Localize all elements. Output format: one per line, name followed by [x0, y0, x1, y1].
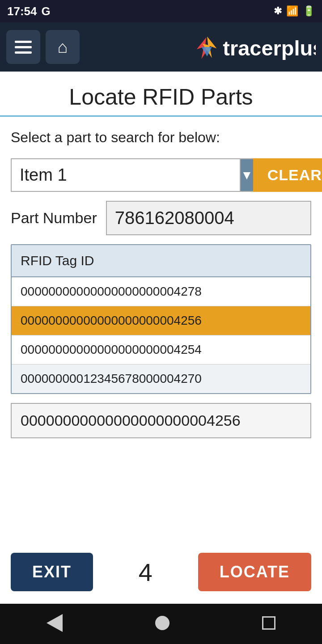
tracerplus-logo: tracerplus — [192, 33, 316, 61]
part-number-label: Part Number — [11, 209, 97, 227]
nav-bar — [0, 604, 322, 644]
status-bar: 17:54 G ✱ 📶 🔋 — [0, 0, 322, 22]
bluetooth-icon: ✱ — [274, 5, 282, 17]
page-title-area: Locate RFID Parts — [0, 72, 322, 117]
svg-text:tracerplus: tracerplus — [223, 37, 316, 60]
count-display: 4 — [139, 558, 153, 587]
home-icon: ⌂ — [58, 38, 68, 57]
recent-nav-icon[interactable] — [262, 616, 275, 631]
back-nav-icon[interactable] — [47, 614, 63, 634]
selected-tag-display: 00000000000000000000004256 — [11, 403, 311, 438]
clear-button[interactable]: CLEAR — [253, 158, 322, 192]
status-carrier: G — [42, 4, 51, 18]
action-bar: EXIT 4 LOCATE — [0, 544, 322, 604]
menu-button[interactable] — [6, 30, 40, 64]
home-button[interactable]: ⌂ — [46, 30, 80, 64]
main-content: Select a part to search for below: ▼ CLE… — [0, 117, 322, 544]
rfid-table-header: RFID Tag ID — [12, 245, 310, 277]
rfid-row[interactable]: 00000000000000000000004256 — [12, 306, 310, 335]
locate-button[interactable]: LOCATE — [198, 553, 311, 591]
app-bar: ⌂ tracerplus — [0, 22, 322, 72]
item-dropdown-button[interactable]: ▼ — [240, 158, 253, 192]
chevron-down-icon: ▼ — [241, 168, 253, 182]
wifi-icon: 📶 — [286, 5, 298, 17]
status-time: 17:54 — [7, 4, 37, 18]
rfid-table: RFID Tag ID 00000000000000000000004278 0… — [11, 244, 311, 394]
search-label: Select a part to search for below: — [11, 129, 311, 146]
rfid-row[interactable]: 00000000000000000000004278 — [12, 277, 310, 306]
item-selector-row: ▼ CLEAR — [11, 158, 311, 192]
battery-icon: 🔋 — [303, 5, 315, 17]
rfid-row[interactable]: 00000000012345678000004270 — [12, 364, 310, 393]
part-number-row: Part Number 786162080004 — [11, 201, 311, 235]
hamburger-icon — [15, 41, 32, 54]
exit-button[interactable]: EXIT — [11, 553, 93, 591]
rfid-row[interactable]: 00000000000000000000004254 — [12, 335, 310, 364]
part-number-value: 786162080004 — [106, 201, 311, 235]
home-nav-icon[interactable] — [155, 616, 169, 632]
page-title: Locate RFID Parts — [9, 84, 313, 110]
item-input[interactable] — [11, 158, 240, 192]
logo-area: tracerplus — [85, 33, 316, 61]
